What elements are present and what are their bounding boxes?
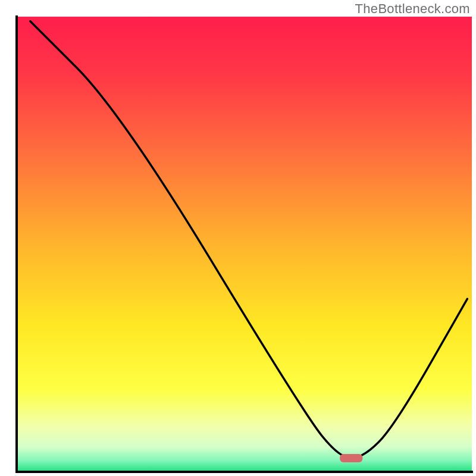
optimal-marker — [340, 454, 362, 462]
bottleneck-chart — [0, 0, 476, 476]
watermark-label: TheBottleneck.com — [355, 1, 470, 17]
plot-background — [17, 17, 472, 472]
chart-container: { "watermark": "TheBottleneck.com", "cha… — [0, 0, 476, 476]
